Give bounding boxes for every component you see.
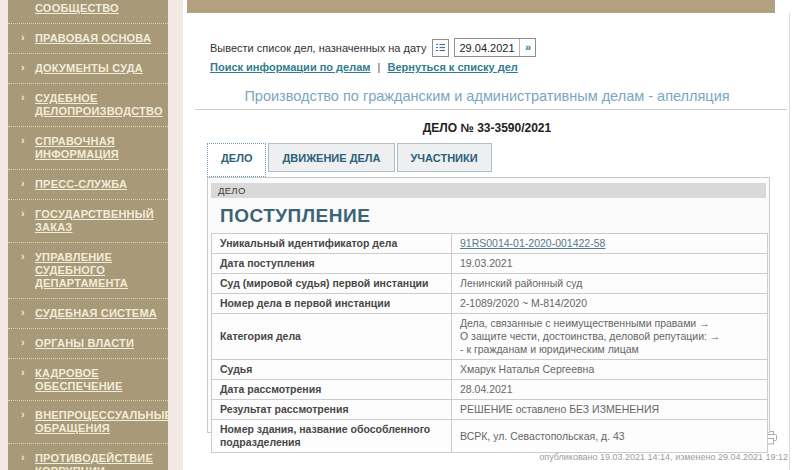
sidebar-item-label: ГОСУДАРСТВЕННЫЙ ЗАКАЗ bbox=[35, 208, 162, 234]
chevron-right-icon: › bbox=[21, 61, 25, 73]
submit-date-button[interactable]: » bbox=[519, 39, 535, 56]
case-tabs: ДЕЛО ДВИЖЕНИЕ ДЕЛА УЧАСТНИКИ bbox=[207, 143, 494, 177]
sidebar: › СООБЩЕСТВО › ПРАВОВАЯ ОСНОВА › ДОКУМЕН… bbox=[8, 0, 168, 470]
case-uid-link[interactable]: 91RS0014-01-2020-001422-58 bbox=[460, 237, 605, 249]
tab-uchastniki[interactable]: УЧАСТНИКИ bbox=[397, 143, 492, 172]
sidebar-item-sudebnoe-deloproizvodstvo[interactable]: › СУДЕБНОЕ ДЕЛОПРОИЗВОДСТВО bbox=[8, 84, 168, 127]
chevron-right-icon: › bbox=[21, 306, 25, 318]
table-row: Судья Хмарук Наталья Сергеевна bbox=[212, 360, 768, 380]
sidebar-item-label: ПРАВОВАЯ ОСНОВА bbox=[35, 32, 162, 45]
row-value: Ленинский районный суд bbox=[452, 274, 768, 294]
row-value: ВСРК, ул. Севастопольская, д. 43 bbox=[452, 420, 768, 453]
row-label: Суд (мировой судья) первой инстанции bbox=[212, 274, 452, 294]
date-input[interactable] bbox=[455, 39, 519, 56]
row-value: 2-1089/2020 ~ М-814/2020 bbox=[452, 294, 768, 314]
chevron-right-icon: › bbox=[21, 451, 25, 463]
sidebar-item-protivodeystvie-korruptsii[interactable]: › ПРОТИВОДЕЙСТВИЕ КОРРУПЦИИ bbox=[8, 444, 168, 470]
table-row: Результат рассмотрения РЕШЕНИЕ оставлено… bbox=[212, 400, 768, 420]
row-label: Результат рассмотрения bbox=[212, 400, 452, 420]
chevron-right-icon: › bbox=[21, 207, 25, 219]
tab-dvizhenie-dela[interactable]: ДВИЖЕНИЕ ДЕЛА bbox=[268, 143, 394, 172]
sidebar-item-sudebnaya-sistema[interactable]: › СУДЕБНАЯ СИСТЕМА bbox=[8, 299, 168, 329]
back-to-list-link[interactable]: Вернуться к списку дел bbox=[387, 61, 517, 73]
sidebar-item-label: СООБЩЕСТВО bbox=[35, 2, 162, 15]
sidebar-item-label: ДОКУМЕНТЫ СУДА bbox=[35, 62, 162, 75]
row-value: РЕШЕНИЕ оставлено БЕЗ ИЗМЕНЕНИЯ bbox=[452, 400, 768, 420]
top-bar bbox=[187, 0, 775, 13]
table-row: Номер здания, название обособленного под… bbox=[212, 420, 768, 453]
row-label: Номер дела в первой инстанции bbox=[212, 294, 452, 314]
row-value: 19.03.2021 bbox=[452, 254, 768, 274]
chevron-right-icon: › bbox=[21, 177, 25, 189]
sidebar-gap-strip bbox=[168, 0, 183, 470]
date-toolbar: Вывести список дел, назначенных на дату … bbox=[210, 38, 770, 57]
sidebar-item-label: УПРАВЛЕНИЕ СУДЕБНОГО ДЕПАРТАМЕНТА bbox=[35, 251, 162, 290]
calendar-icon bbox=[435, 42, 446, 53]
chevron-right-icon: › bbox=[21, 91, 25, 103]
links-separator: | bbox=[378, 61, 381, 73]
case-number: ДЕЛО № 33-3590/2021 bbox=[187, 121, 787, 135]
category-line: Дела, связанные с неимущественными права… bbox=[460, 317, 759, 330]
table-row: Номер дела в первой инстанции 2-1089/202… bbox=[212, 294, 768, 314]
row-label: Номер здания, название обособленного под… bbox=[212, 420, 452, 453]
category-line: О защите чести, достоинства, деловой реп… bbox=[460, 330, 759, 343]
left-edge-strip bbox=[0, 0, 8, 470]
row-value: Хмарук Наталья Сергеевна bbox=[452, 360, 768, 380]
sidebar-item-press-sluzhba[interactable]: › ПРЕСС-СЛУЖБА bbox=[8, 170, 168, 200]
table-row: Дата рассмотрения 28.04.2021 bbox=[212, 380, 768, 400]
row-value: 28.04.2021 bbox=[452, 380, 768, 400]
chevron-right-icon: › bbox=[21, 336, 25, 348]
sidebar-item-label: ВНЕПРОЦЕССУАЛЬНЫЕ ОБРАЩЕНИЯ bbox=[35, 409, 162, 435]
sidebar-item-label: КАДРОВОЕ ОБЕСПЕЧЕНИЕ bbox=[35, 367, 162, 393]
table-row: Суд (мировой судья) первой инстанции Лен… bbox=[212, 274, 768, 294]
case-links-row: Поиск информации по делам | Вернуться к … bbox=[210, 61, 518, 73]
chevron-right-icon: › bbox=[21, 31, 25, 43]
chevron-right-icon: › bbox=[21, 134, 25, 146]
sidebar-item-kadrovoe-obespechenie[interactable]: › КАДРОВОЕ ОБЕСПЕЧЕНИЕ bbox=[8, 359, 168, 402]
row-label: Судья bbox=[212, 360, 452, 380]
sidebar-item-organy-vlasti[interactable]: › ОРГАНЫ ВЛАСТИ bbox=[8, 329, 168, 359]
table-row: Категория дела Дела, связанные с неимуще… bbox=[212, 314, 768, 360]
calendar-button[interactable] bbox=[432, 39, 449, 57]
tab-delo[interactable]: ДЕЛО bbox=[207, 143, 266, 177]
sidebar-item-upravlenie-sudebnogo-departamenta[interactable]: › УПРАВЛЕНИЕ СУДЕБНОГО ДЕПАРТАМЕНТА bbox=[8, 243, 168, 299]
sidebar-item-label: ПРЕСС-СЛУЖБА bbox=[35, 178, 162, 191]
row-label: Категория дела bbox=[212, 314, 452, 360]
chevron-right-icon: › bbox=[21, 250, 25, 262]
row-label: Дата поступления bbox=[212, 254, 452, 274]
chevron-right-icon: › bbox=[21, 366, 25, 378]
sidebar-item-label: ПРОТИВОДЕЙСТВИЕ КОРРУПЦИИ bbox=[35, 452, 162, 470]
sidebar-item-spravochnaya-informatsiya[interactable]: › СПРАВОЧНАЯ ИНФОРМАЦИЯ bbox=[8, 127, 168, 170]
sidebar-item-label: СПРАВОЧНАЯ ИНФОРМАЦИЯ bbox=[35, 135, 162, 161]
sidebar-item-label: СУДЕБНАЯ СИСТЕМА bbox=[35, 307, 162, 320]
sidebar-item-soobshchestvo[interactable]: › СООБЩЕСТВО bbox=[8, 0, 168, 24]
table-row: Дата поступления 19.03.2021 bbox=[212, 254, 768, 274]
category-line: - к гражданам и юридическим лицам bbox=[460, 343, 759, 356]
section-title: ПОСТУПЛЕНИЕ bbox=[220, 205, 769, 227]
content-right-border bbox=[789, 13, 790, 470]
sidebar-item-label: ОРГАНЫ ВЛАСТИ bbox=[35, 337, 162, 350]
publication-info: опубликовано 19.03.2021 14:14, изменено … bbox=[187, 452, 788, 462]
search-cases-link[interactable]: Поиск информации по делам bbox=[210, 61, 370, 73]
date-input-group: » bbox=[454, 38, 536, 57]
date-label: Вывести список дел, назначенных на дату bbox=[210, 42, 426, 54]
sidebar-item-label: СУДЕБНОЕ ДЕЛОПРОИЗВОДСТВО bbox=[35, 92, 162, 118]
sidebar-item-dokumenty-suda[interactable]: › ДОКУМЕНТЫ СУДА bbox=[8, 54, 168, 84]
sidebar-item-pravovaya-osnova[interactable]: › ПРАВОВАЯ ОСНОВА bbox=[8, 24, 168, 54]
case-details-table: Уникальный идентификатор дела 91RS0014-0… bbox=[211, 233, 768, 453]
sidebar-item-vneprotsessualnye-obrashcheniya[interactable]: › ВНЕПРОЦЕССУАЛЬНЫЕ ОБРАЩЕНИЯ bbox=[8, 401, 168, 444]
title-divider bbox=[195, 109, 787, 110]
table-row: Уникальный идентификатор дела 91RS0014-0… bbox=[212, 234, 768, 254]
row-label: Дата рассмотрения bbox=[212, 380, 452, 400]
sidebar-item-gosudarstvennyy-zakaz[interactable]: › ГОСУДАРСТВЕННЫЙ ЗАКАЗ bbox=[8, 200, 168, 243]
row-value: Дела, связанные с неимущественными права… bbox=[452, 314, 768, 360]
panel-header: ДЕЛО bbox=[211, 183, 766, 198]
case-panel: ДЕЛО ПОСТУПЛЕНИЕ Уникальный идентификато… bbox=[207, 177, 770, 433]
row-label: Уникальный идентификатор дела bbox=[212, 234, 452, 254]
chevron-right-icon: › bbox=[21, 408, 25, 420]
page-title: Производство по гражданским и администра… bbox=[187, 88, 787, 104]
